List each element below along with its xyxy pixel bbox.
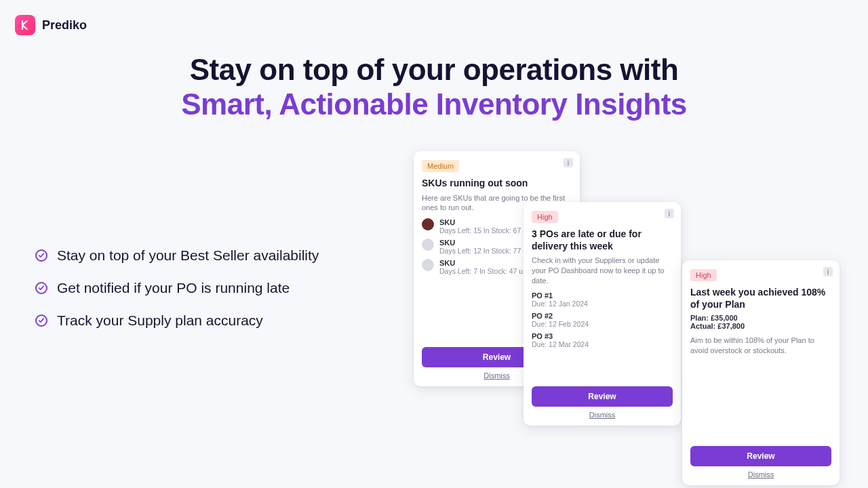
headline-line1: Stay on top of your operations with (190, 53, 679, 86)
brand-logo-glyph-icon (20, 20, 31, 30)
brand-name: Prediko (42, 18, 87, 33)
sku-label: SKU (439, 259, 534, 267)
list-item: PO #1 Due: 12 Jan 2024 (532, 291, 673, 308)
check-circle-icon (35, 249, 47, 262)
info-icon[interactable]: i (665, 209, 674, 218)
brand-logo: Prediko (15, 15, 87, 35)
card-title: Last week you achieved 108% of your Plan (690, 287, 831, 310)
po-subtext: Due: 12 Mar 2024 (532, 340, 673, 348)
feature-item: Get notified if your PO is running late (35, 280, 388, 296)
feature-text: Track your Supply plan accuracy (57, 312, 263, 329)
dismiss-link[interactable]: Dismiss (532, 411, 673, 419)
insight-card-pos: i High 3 POs are late or due for deliver… (524, 202, 681, 426)
page-headline: Stay on top of your operations with Smar… (0, 53, 868, 121)
list-item: PO #3 Due: 12 Mar 2024 (532, 332, 673, 348)
po-label: PO #2 (532, 312, 673, 320)
info-icon[interactable]: i (564, 158, 573, 167)
plan-value: Plan: £35,000 (690, 314, 831, 322)
priority-badge-high: High (532, 211, 558, 223)
dismiss-link[interactable]: Dismiss (690, 470, 831, 479)
sku-subtext: Days Left: 7 In Stock: 47 units (439, 267, 534, 275)
review-button[interactable]: Review (690, 446, 831, 466)
card-title: SKUs running out soon (422, 178, 572, 190)
po-label: PO #3 (532, 332, 673, 340)
feature-list: Stay on top of your Best Seller availabi… (35, 247, 388, 345)
info-icon[interactable]: i (823, 267, 833, 277)
card-title: 3 POs are late or due for delivery this … (532, 228, 673, 252)
card-description: Check in with your Suppliers or update y… (532, 256, 673, 286)
headline-line2: Smart, Actionable Inventory Insights (181, 87, 687, 121)
actual-value: Actual: £37,800 (690, 322, 831, 330)
check-circle-icon (35, 314, 47, 327)
feature-item: Stay on top of your Best Seller availabi… (35, 247, 388, 264)
list-item: PO #2 Due: 12 Feb 2024 (532, 312, 673, 328)
review-button[interactable]: Review (532, 386, 673, 407)
po-subtext: Due: 12 Feb 2024 (532, 320, 673, 328)
feature-item: Track your Supply plan accuracy (35, 312, 388, 329)
brand-logo-mark (15, 15, 35, 35)
sku-thumbnail (422, 259, 434, 271)
feature-text: Stay on top of your Best Seller availabi… (57, 247, 319, 264)
po-subtext: Due: 12 Jan 2024 (532, 300, 673, 308)
priority-badge-medium: Medium (422, 160, 459, 172)
priority-badge-high: High (690, 269, 717, 281)
sku-thumbnail (422, 218, 434, 230)
card-description: Aim to be within 108% of your Plan to av… (690, 336, 831, 356)
po-label: PO #1 (532, 291, 673, 300)
insight-card-plan: i High Last week you achieved 108% of yo… (682, 260, 840, 485)
sku-thumbnail (422, 239, 434, 251)
check-circle-icon (35, 282, 47, 294)
feature-text: Get notified if your PO is running late (57, 280, 290, 296)
